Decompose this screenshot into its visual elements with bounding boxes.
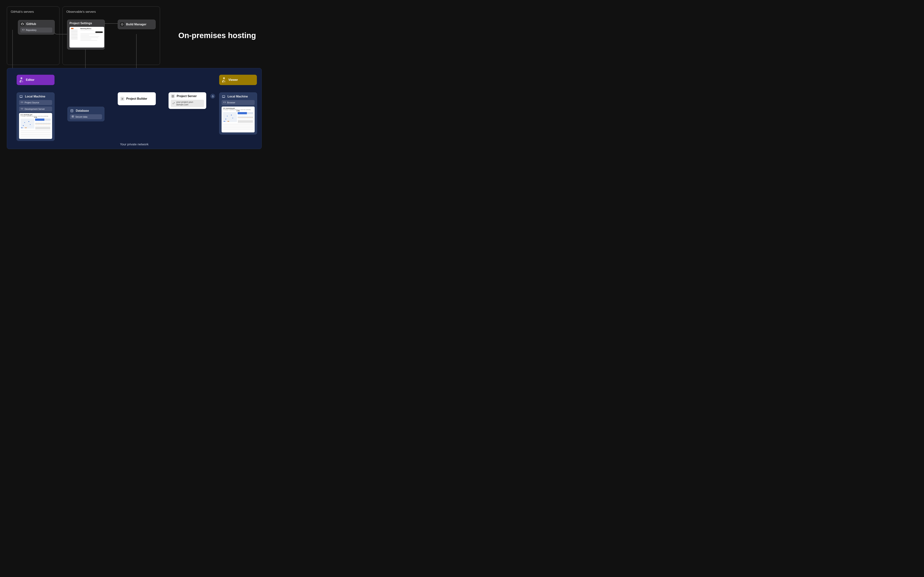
- cube-icon: [171, 94, 175, 98]
- settings-shot-title: Marketing Metrics: [80, 28, 103, 29]
- local-right-title: Local Machine: [228, 95, 248, 98]
- github-sub-repository: Repository: [20, 27, 52, 32]
- laptop-icon: [222, 95, 226, 98]
- dash-time-right: 8 PM: [223, 110, 253, 111]
- dash-time-left: 8 PM: [21, 117, 51, 118]
- project-builder-title: Project Builder: [126, 97, 147, 100]
- local-left-sub1-label: Project Source: [24, 102, 39, 104]
- editor-person-icon: [19, 77, 24, 82]
- node-build-manager: Build Manager: [118, 19, 156, 29]
- local-left-dev-server: Development Server: [19, 106, 52, 111]
- node-local-machine-editor: Local Machine Project Source Development…: [17, 92, 55, 141]
- svg-rect-3: [20, 95, 22, 97]
- svg-rect-5: [72, 116, 74, 117]
- github-icon: [20, 22, 24, 26]
- table-icon: [72, 115, 74, 118]
- svg-point-2: [224, 81, 225, 82]
- node-local-machine-viewer: Local Machine Browser U.S. electricity g…: [219, 92, 257, 134]
- local-left-project-source: Project Source: [19, 100, 52, 105]
- node-project-settings: Project Settings Marketing Metrics: [67, 19, 105, 50]
- database-sub-label: Secure data: [76, 116, 87, 118]
- node-database: Database Secure data: [67, 107, 104, 121]
- local-left-title: Local Machine: [25, 95, 45, 98]
- code-icon: [21, 108, 23, 110]
- link-icon: [173, 102, 175, 105]
- svg-point-4: [71, 110, 73, 110]
- dash-title-left: U.S. electricity grid: [21, 114, 51, 115]
- local-right-sub-label: Browser: [227, 102, 235, 104]
- dash-title-right: U.S. electricity grid: [223, 108, 253, 109]
- play-icon: [120, 97, 124, 101]
- lock-icon: [210, 94, 215, 98]
- node-github: GitHub Repository: [18, 20, 55, 35]
- project-settings-screenshot: Marketing Metrics: [69, 27, 104, 48]
- svg-rect-6: [212, 96, 213, 97]
- project-settings-title: Project Settings: [69, 22, 92, 25]
- zone-observable-label: Observable's servers: [66, 10, 96, 14]
- project-server-url-row: your-project.your-domain.com: [171, 100, 204, 107]
- code-icon: [223, 101, 226, 104]
- laptop-icon: [19, 95, 23, 98]
- local-right-dashboard-screenshot: U.S. electricity grid % change in electr…: [222, 106, 255, 132]
- database-title: Database: [76, 109, 89, 113]
- node-project-server: Project Server your-project.your-domain.…: [169, 92, 206, 109]
- local-left-sub2-label: Development Server: [24, 108, 45, 110]
- github-sub-label: Repository: [26, 29, 36, 31]
- project-server-url: your-project.your-domain.com: [176, 101, 202, 106]
- database-icon: [70, 109, 74, 113]
- zone-github: GitHub's servers: [7, 6, 59, 65]
- build-manager-title: Build Manager: [126, 23, 146, 26]
- database-sub-secure: Secure data: [70, 114, 102, 119]
- zone-github-label: GitHub's servers: [11, 10, 34, 14]
- svg-rect-7: [222, 95, 225, 97]
- node-viewer: Viewer: [219, 75, 257, 85]
- node-github-title: GitHub: [26, 23, 36, 26]
- local-right-browser: Browser: [222, 100, 255, 105]
- code-icon: [21, 101, 23, 104]
- observable-icon: [120, 23, 124, 26]
- editor-title: Editor: [26, 78, 34, 82]
- viewer-person-icon: [222, 77, 227, 82]
- diagram-title: On-premises hosting: [178, 31, 256, 40]
- node-editor: Editor: [17, 75, 55, 85]
- code-icon: [22, 29, 24, 31]
- zone-private-label: Your private network: [120, 143, 148, 146]
- project-server-title: Project Server: [177, 95, 197, 98]
- node-project-builder: Project Builder: [118, 92, 156, 105]
- viewer-title: Viewer: [228, 78, 238, 82]
- svg-point-1: [122, 24, 122, 25]
- local-left-dashboard-screenshot: U.S. electricity grid % change in electr…: [19, 113, 52, 139]
